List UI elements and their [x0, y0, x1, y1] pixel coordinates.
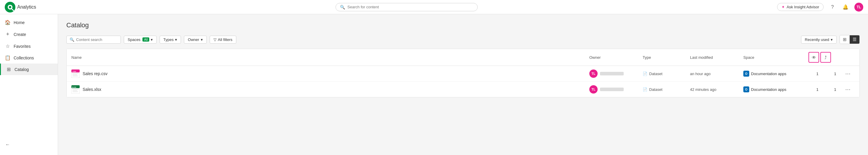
shares-icon-header[interactable]: ⤴: [820, 52, 831, 63]
row1-filename: Sales rep.csv: [83, 71, 107, 76]
svg-point-2: [9, 6, 11, 8]
create-icon: +: [5, 31, 11, 37]
list-icon: ☰: [852, 37, 857, 42]
sidebar-item-catalog[interactable]: ⊞ Catalog: [0, 63, 58, 75]
sidebar-item-create[interactable]: + Create: [0, 28, 58, 41]
page-title: Catalog: [66, 21, 860, 29]
catalog-toolbar: 🔍 Spaces All ▾ Types ▾ Owner ▾ ▽ All fil…: [66, 35, 860, 44]
owner-filter-button[interactable]: Owner ▾: [184, 36, 207, 44]
grid-view-button[interactable]: ⊞: [840, 35, 850, 44]
col-header-last-modified: Last modified: [690, 52, 743, 63]
owner-chevron-icon: ▾: [201, 37, 203, 42]
row2-name-cell: XLSX Sales.xlsx: [71, 85, 589, 94]
row2-owner-name-blurred: [600, 87, 624, 91]
xlsx-file-icon: XLSX: [71, 85, 80, 94]
row1-space-label: Documentation apps: [751, 72, 786, 76]
col-header-name: Name: [71, 52, 589, 63]
top-navigation: Analytics 🔍 ✦ Ask Insight Advisor ? 🔔 TL: [0, 0, 868, 14]
row1-shares-count: 1: [826, 72, 844, 76]
row2-type-cell: 📄 Dataset: [643, 87, 690, 92]
search-input[interactable]: [347, 5, 473, 9]
content-search-box[interactable]: 🔍: [66, 36, 121, 44]
view-toggle: ⊞ ☰: [840, 35, 860, 44]
filter-icon: ▽: [214, 37, 216, 42]
col-header-space: Space: [743, 52, 808, 63]
svg-rect-15: [72, 92, 78, 92]
space-badge-icon: O: [743, 71, 749, 77]
recently-used-button[interactable]: Recently used ▾: [801, 36, 837, 44]
svg-rect-7: [72, 73, 79, 74]
row2-filename: Sales.xlsx: [83, 87, 101, 92]
col-header-owner: Owner: [589, 52, 643, 63]
grid-icon: ⊞: [843, 37, 847, 42]
col-header-type: Type: [643, 52, 690, 63]
views-icon-header[interactable]: 👁: [808, 52, 819, 63]
sidebar-item-home-label: Home: [13, 20, 25, 25]
help-icon: ?: [831, 4, 834, 10]
svg-text:XLSX: XLSX: [72, 86, 76, 88]
qlik-logo-icon: [5, 2, 16, 12]
svg-rect-9: [72, 76, 78, 76]
sidebar-item-collections[interactable]: 📋 Collections: [0, 52, 58, 63]
col-header-more: [844, 52, 855, 63]
col-header-icons: 👁 ⤴: [808, 52, 844, 63]
content-area: Catalog 🔍 Spaces All ▾ Types ▾ Owner ▾ ▽: [58, 14, 868, 155]
row2-space-cell: O Documentation apps: [743, 86, 808, 92]
favorites-icon: ☆: [5, 43, 11, 49]
svg-rect-13: [72, 89, 79, 90]
sidebar-item-collections-label: Collections: [13, 55, 34, 60]
table-row: CSV Sales rep.csv TL 📄: [67, 66, 860, 82]
row1-last-modified: an hour ago: [690, 72, 743, 76]
csv-file-icon: CSV: [71, 70, 80, 78]
row2-space-label: Documentation apps: [751, 87, 786, 92]
global-search-box[interactable]: 🔍: [336, 3, 478, 11]
insight-label: Ask Insight Advisor: [786, 5, 819, 9]
sidebar-item-create-label: Create: [13, 32, 26, 37]
space-badge-icon: O: [743, 86, 749, 92]
types-filter-button[interactable]: Types ▾: [160, 36, 181, 44]
app-logo[interactable]: Analytics: [5, 2, 36, 12]
row1-name-cell: CSV Sales rep.csv: [71, 70, 589, 78]
sidebar-item-home[interactable]: 🏠 Home: [0, 17, 58, 28]
types-label: Types: [163, 37, 174, 42]
catalog-table: Name Owner Type Last modified Space 👁: [66, 49, 860, 97]
list-view-button[interactable]: ☰: [850, 35, 860, 44]
notifications-button[interactable]: 🔔: [841, 3, 850, 11]
insight-advisor-button[interactable]: ✦ Ask Insight Advisor: [777, 3, 824, 11]
sidebar-item-favorites[interactable]: ☆ Favorites: [0, 41, 58, 52]
spaces-badge: All: [143, 37, 149, 42]
sidebar-item-catalog-label: Catalog: [14, 67, 29, 72]
sidebar: 🏠 Home + Create ☆ Favorites 📋 Collection…: [0, 14, 58, 155]
row1-type-label: Dataset: [649, 72, 662, 76]
row1-type-icon: 📄: [643, 72, 647, 76]
row2-type-icon: 📄: [643, 87, 647, 92]
all-filters-label: All filters: [218, 37, 232, 42]
all-filters-button[interactable]: ▽ All filters: [210, 36, 236, 44]
app-name-label: Analytics: [17, 4, 36, 10]
content-search-icon: 🔍: [70, 37, 74, 42]
row1-owner-avatar: TL: [589, 70, 598, 78]
collapse-icon: ←: [5, 142, 11, 147]
sidebar-collapse-button[interactable]: ←: [0, 139, 58, 150]
owner-label: Owner: [188, 37, 199, 42]
search-area: 🔍: [40, 3, 774, 11]
row1-owner-name-blurred: [600, 72, 624, 75]
eye-header-icon: 👁: [812, 55, 816, 60]
row1-more-cell: ⋯: [844, 70, 855, 77]
row1-type-cell: 📄 Dataset: [643, 72, 690, 76]
row2-type-label: Dataset: [649, 87, 662, 92]
row1-views-count: 1: [808, 72, 826, 76]
bell-icon: 🔔: [842, 4, 848, 10]
spaces-filter-button[interactable]: Spaces All ▾: [124, 36, 157, 44]
help-button[interactable]: ?: [828, 3, 837, 11]
share-header-icon: ⤴: [825, 55, 827, 60]
row2-more-button[interactable]: ⋯: [844, 86, 852, 93]
svg-rect-8: [72, 75, 77, 75]
row2-owner-avatar: TL: [589, 85, 598, 94]
table-header: Name Owner Type Last modified Space 👁: [67, 49, 860, 66]
row2-shares-count: 1: [826, 87, 844, 92]
row1-more-button[interactable]: ⋯: [844, 70, 852, 77]
svg-rect-14: [72, 90, 77, 91]
content-search-input[interactable]: [76, 37, 118, 42]
user-avatar[interactable]: TL: [855, 3, 863, 11]
